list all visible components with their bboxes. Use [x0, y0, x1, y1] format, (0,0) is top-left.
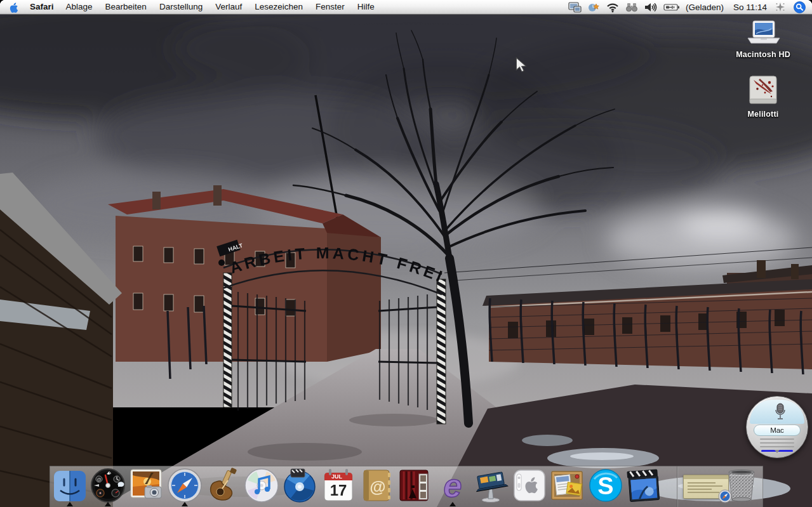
dock-safari[interactable] — [167, 468, 203, 503]
minimized-window-line — [688, 492, 719, 493]
dock-finder[interactable] — [52, 468, 88, 503]
speech-feedback-widget[interactable]: Mac — [746, 396, 808, 458]
dock-ical[interactable]: JUL 17 — [321, 468, 356, 503]
laptop-icon — [743, 20, 783, 48]
displays-icon[interactable] — [568, 0, 582, 14]
menu-ablage[interactable]: Ablage — [60, 0, 99, 14]
dock-iweb[interactable] — [549, 468, 585, 503]
dock-imovie[interactable] — [626, 468, 662, 503]
desktop-wallpaper: ARBEIT MACHT FREI HALT — [0, 14, 812, 507]
desktop-icon-label: Macintosh HD — [725, 50, 801, 59]
minimized-window-line — [688, 485, 722, 487]
running-indicator-finder — [67, 502, 73, 506]
dock-itunes[interactable] — [244, 468, 279, 503]
microphone-icon — [750, 400, 804, 424]
binoculars-icon[interactable] — [625, 0, 638, 14]
dock-separator — [677, 466, 678, 507]
running-indicator-entourage — [449, 502, 456, 506]
sync-star-icon[interactable] — [775, 0, 785, 14]
ical-month: JUL — [331, 473, 343, 480]
ical-day: 17 — [330, 482, 347, 499]
speech-command-name: Mac — [754, 425, 801, 436]
speech-meter-line — [760, 446, 794, 447]
dock-dashboard[interactable]: @ — [90, 468, 126, 503]
menu-app-safari[interactable]: Safari — [24, 0, 60, 14]
battery-charging-icon[interactable] — [663, 0, 680, 14]
dock-entourage[interactable]: e — [435, 468, 470, 503]
speech-widget-disclosure[interactable] — [775, 450, 780, 453]
dock-addressbook[interactable]: @ — [359, 468, 394, 503]
speech-widget-top — [750, 400, 804, 424]
menu-hilfe[interactable]: Hilfe — [351, 0, 381, 14]
addressbook-at-glyph: @ — [369, 477, 385, 496]
menu-bar: Safari Ablage Bearbeiten Darstellung Ver… — [0, 0, 812, 15]
minimized-window-line — [688, 482, 715, 484]
menu-verlauf[interactable]: Verlauf — [209, 0, 248, 14]
screen-corner-left — [0, 0, 5, 5]
speech-meter-line — [760, 442, 794, 444]
svg-text:@: @ — [97, 477, 101, 482]
skype-s-glyph: S — [597, 473, 613, 499]
menu-bearbeiten[interactable]: Bearbeiten — [99, 0, 153, 14]
battery-status-text[interactable]: (Geladen) — [686, 3, 724, 12]
screen-corner-right — [807, 0, 812, 5]
running-indicator-dashboard — [105, 502, 111, 506]
entourage-e-glyph: e — [444, 468, 462, 503]
desktop-icon-macintosh-hd[interactable]: Macintosh HD — [725, 20, 801, 59]
volume-icon[interactable] — [644, 0, 658, 14]
dock-iphoto[interactable] — [128, 468, 164, 503]
dock-minimized-safari-window[interactable] — [683, 475, 729, 499]
desktop-icon-melilotti[interactable]: Melilotti — [725, 75, 801, 119]
dock-skype[interactable]: S — [588, 468, 623, 503]
dock-photobooth[interactable] — [396, 468, 432, 503]
menu-fenster[interactable]: Fenster — [309, 0, 351, 14]
minimized-window-titlebar — [684, 475, 728, 479]
running-indicator-safari — [182, 502, 188, 506]
minimized-window-line — [688, 489, 712, 490]
speech-meter-line — [760, 438, 794, 440]
colorful-menu-extra-icon[interactable] — [587, 0, 600, 14]
mouse-cursor — [514, 57, 528, 72]
dock-trash[interactable] — [724, 468, 759, 503]
menu-darstellung[interactable]: Darstellung — [153, 0, 209, 14]
dock-frontrow[interactable] — [512, 468, 547, 503]
menu-lesezeichen[interactable]: Lesezeichen — [248, 0, 309, 14]
spotlight-icon[interactable] — [794, 0, 806, 14]
external-drive-icon — [747, 75, 779, 108]
dock-keynote[interactable] — [473, 468, 509, 503]
dock-garageband[interactable] — [205, 468, 241, 503]
desktop-icon-label: Melilotti — [725, 110, 801, 119]
apple-logo-icon — [9, 2, 18, 13]
clock[interactable]: So 11:14 — [733, 3, 767, 12]
dock-idvd[interactable] — [282, 468, 317, 503]
airport-wifi-icon[interactable] — [606, 0, 620, 14]
